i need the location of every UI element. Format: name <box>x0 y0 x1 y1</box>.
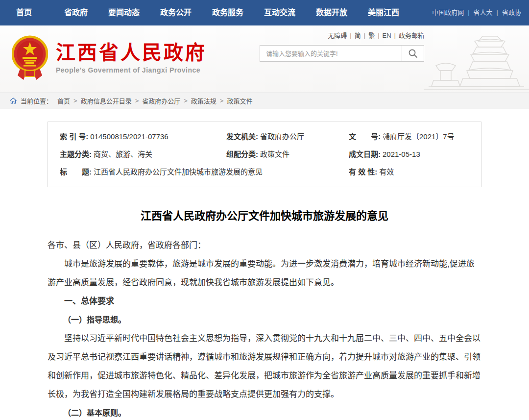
divider: | <box>350 32 351 39</box>
external-gov-links: 中国政府网 | 省人大 | 省政协 <box>432 0 521 25</box>
national-emblem-icon <box>12 34 48 81</box>
meta-label: 文 号: <box>349 132 381 141</box>
site-title: 江西省人民政府 <box>56 42 207 63</box>
meta-group-category: 组配分类:政策文件 <box>226 146 349 163</box>
breadcrumb-home[interactable]: 首页 <box>57 96 70 105</box>
nav-item-home[interactable]: 首页 <box>6 0 42 25</box>
site-title-block: 江西省人民政府 People's Government of Jiangxi P… <box>56 42 207 74</box>
meta-label: 有 效 性: <box>349 168 377 176</box>
breadcrumb-separator: > <box>135 97 139 104</box>
meta-value: 2021-05-13 <box>383 150 420 158</box>
document-meta-table: 索 引 号:014500815/2021-07736 发文机关:省政府办公厅 文… <box>48 122 481 187</box>
site-header: 江西省人民政府 People's Government of Jiangxi P… <box>0 25 529 92</box>
meta-document-number: 文 号:赣府厅发〔2021〕7号 <box>349 128 481 146</box>
subsection-heading-guiding-ideology: （一）指导思想。 <box>48 311 481 329</box>
meta-issuing-agency: 发文机关:省政府办公厅 <box>226 128 349 146</box>
meta-value: 商贸、旅游、海关 <box>94 150 152 158</box>
subsection-heading-basic-principles: （二）基本原则。 <box>48 404 481 420</box>
link-china-gov[interactable]: 中国政府网 <box>432 0 464 25</box>
divider: | <box>378 32 379 39</box>
search-button[interactable] <box>402 46 424 61</box>
link-accessibility[interactable]: 无障碍 <box>328 32 347 39</box>
divider: | <box>364 32 365 39</box>
breadcrumb-separator: > <box>220 97 224 104</box>
link-provincial-cppcc[interactable]: 省政协 <box>502 0 521 25</box>
meta-validity: 有 效 性:有效 <box>349 163 481 181</box>
nav-item-provincial-gov[interactable]: 省政府 <box>54 0 98 25</box>
meta-label: 主题分类: <box>60 150 92 158</box>
breadcrumb-info-directory[interactable]: 政府信息公开目录 <box>81 96 132 105</box>
nav-item-news[interactable]: 要闻动态 <box>98 0 150 25</box>
meta-value: 政策文件 <box>260 150 289 158</box>
site-subtitle: People's Government of Jiangxi Province <box>56 66 207 74</box>
search-box <box>260 45 424 62</box>
paragraph-intro: 城市是旅游发展的重要载体，旅游是城市发展的重要动能。为进一步激发消费潜力，培育城… <box>48 255 481 292</box>
link-simplified-chinese[interactable]: 简 <box>355 32 361 39</box>
meta-label: 索 引 号: <box>60 132 88 141</box>
breadcrumb-label: 当前位置： <box>21 96 52 105</box>
breadcrumb-policy-regulations[interactable]: 政策法规 <box>191 96 216 105</box>
link-traditional-chinese[interactable]: 繁 <box>368 32 375 39</box>
search-input[interactable] <box>260 46 402 61</box>
nav-item-gov-services[interactable]: 政务服务 <box>202 0 254 25</box>
home-icon <box>10 98 17 104</box>
breadcrumb-policy-documents[interactable]: 政策文件 <box>227 96 252 105</box>
nav-item-beautiful-jiangxi[interactable]: 美丽江西 <box>358 0 409 25</box>
meta-index-number: 索 引 号:014500815/2021-07736 <box>60 128 226 146</box>
meta-value: 省政府办公厅 <box>260 132 304 141</box>
section-heading-overall-requirements: 一、总体要求 <box>48 292 481 311</box>
meta-label: 成文日期: <box>349 150 381 158</box>
meta-issue-date: 成文日期:2021-05-13 <box>349 146 481 163</box>
nav-item-interaction[interactable]: 互动交流 <box>254 0 306 25</box>
quick-links: 无障碍|简|繁|EN|政务邮箱 <box>260 29 424 42</box>
divider: | <box>497 0 498 25</box>
breadcrumb: 当前位置： 首页 > 政府信息公开目录 > 省政府办公厅 > 政策法规 > 政策… <box>0 92 529 109</box>
top-navigation-bar: 首页 省政府 要闻动态 政务公开 政务服务 互动交流 数据开放 美丽江西 中国政… <box>0 0 529 25</box>
link-gov-mailbox[interactable]: 政务邮箱 <box>399 32 424 39</box>
meta-subject-category: 主题分类:商贸、旅游、海关 <box>60 146 226 163</box>
search-icon <box>408 49 418 58</box>
meta-label: 发文机关: <box>226 132 258 141</box>
document-page: 索 引 号:014500815/2021-07736 发文机关:省政府办公厅 文… <box>48 122 481 420</box>
pavilion-sketch-decoration <box>424 27 529 92</box>
meta-value: 有效 <box>379 168 394 176</box>
nav-item-open-data[interactable]: 数据开放 <box>306 0 358 25</box>
link-english[interactable]: EN <box>383 32 391 39</box>
header-utilities: 无障碍|简|繁|EN|政务邮箱 <box>260 29 424 62</box>
document-body: 各市、县（区）人民政府，省政府各部门： 城市是旅游发展的重要载体，旅游是城市发展… <box>48 236 481 420</box>
link-provincial-congress[interactable]: 省人大 <box>474 0 493 25</box>
paragraph-salutation: 各市、县（区）人民政府，省政府各部门： <box>48 236 481 255</box>
breadcrumb-separator: > <box>73 97 77 104</box>
paragraph-guiding-ideology: 坚持以习近平新时代中国特色社会主义思想为指导，深入贯彻党的十九大和十九届二中、三… <box>48 329 481 404</box>
meta-value: 赣府厅发〔2021〕7号 <box>383 132 455 141</box>
meta-label: 标 题: <box>60 168 92 176</box>
meta-value: 江西省人民政府办公厅文件加快城市旅游发展的意见 <box>94 168 263 176</box>
site-logo[interactable]: 江西省人民政府 People's Government of Jiangxi P… <box>12 34 207 81</box>
divider: | <box>468 0 469 25</box>
breadcrumb-general-office[interactable]: 省政府办公厅 <box>142 96 180 105</box>
breadcrumb-separator: > <box>184 97 188 104</box>
main-menu: 首页 省政府 要闻动态 政务公开 政务服务 互动交流 数据开放 美丽江西 <box>0 0 409 25</box>
meta-label: 组配分类: <box>226 150 258 158</box>
divider: | <box>394 32 396 39</box>
meta-title: 标 题:江西省人民政府办公厅文件加快城市旅游发展的意见 <box>60 163 349 181</box>
meta-value: 014500815/2021-07736 <box>90 132 168 141</box>
document-title: 江西省人民政府办公厅文件加快城市旅游发展的意见 <box>48 207 481 222</box>
nav-item-gov-disclosure[interactable]: 政务公开 <box>150 0 202 25</box>
